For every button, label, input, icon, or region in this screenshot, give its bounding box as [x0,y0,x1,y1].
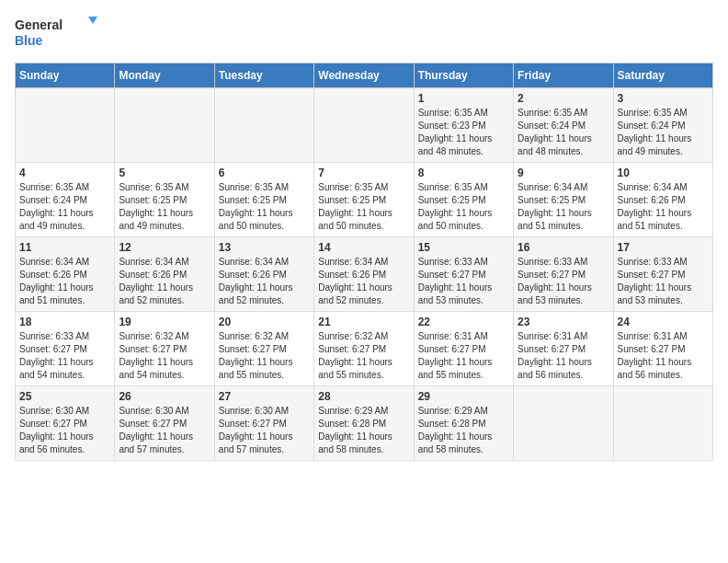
day-number: 29 [418,390,509,403]
calendar-week-2: 11Sunrise: 6:34 AMSunset: 6:26 PMDayligh… [16,237,713,312]
day-number: 6 [219,167,310,179]
calendar-cell: 5Sunrise: 6:35 AMSunset: 6:25 PMDaylight… [115,163,214,237]
day-info: Sunrise: 6:30 AMSunset: 6:27 PMDaylight:… [19,405,110,456]
day-info: Sunrise: 6:34 AMSunset: 6:25 PMDaylight:… [518,181,609,233]
day-info: Sunrise: 6:33 AMSunset: 6:27 PMDaylight:… [518,256,609,307]
day-info: Sunrise: 6:35 AMSunset: 6:25 PMDaylight:… [219,181,310,233]
header-saturday: Saturday [613,63,712,88]
day-number: 13 [219,241,310,254]
day-number: 7 [318,167,409,179]
day-number: 28 [318,390,409,403]
calendar-week-1: 4Sunrise: 6:35 AMSunset: 6:24 PMDaylight… [16,163,713,237]
calendar-cell: 2Sunrise: 6:35 AMSunset: 6:24 PMDaylight… [514,88,613,163]
day-info: Sunrise: 6:30 AMSunset: 6:27 PMDaylight:… [219,405,310,456]
day-number: 4 [19,167,110,179]
logo-svg: General Blue [15,15,97,52]
header-sunday: Sunday [16,63,115,88]
svg-text:Blue: Blue [15,33,43,48]
header: General Blue [15,15,713,52]
calendar-cell: 10Sunrise: 6:34 AMSunset: 6:26 PMDayligh… [613,163,712,237]
calendar-cell: 26Sunrise: 6:30 AMSunset: 6:27 PMDayligh… [115,386,214,461]
calendar-cell: 28Sunrise: 6:29 AMSunset: 6:28 PMDayligh… [314,386,414,461]
calendar-cell [613,386,712,461]
calendar-cell: 11Sunrise: 6:34 AMSunset: 6:26 PMDayligh… [16,237,115,312]
day-info: Sunrise: 6:34 AMSunset: 6:26 PMDaylight:… [119,256,210,307]
calendar-cell: 29Sunrise: 6:29 AMSunset: 6:28 PMDayligh… [414,386,513,461]
day-info: Sunrise: 6:34 AMSunset: 6:26 PMDaylight:… [19,256,110,307]
day-info: Sunrise: 6:35 AMSunset: 6:24 PMDaylight:… [19,181,110,233]
day-info: Sunrise: 6:30 AMSunset: 6:27 PMDaylight:… [119,405,210,456]
calendar-cell: 13Sunrise: 6:34 AMSunset: 6:26 PMDayligh… [214,237,313,312]
day-info: Sunrise: 6:33 AMSunset: 6:27 PMDaylight:… [19,330,110,382]
day-number: 11 [19,241,110,254]
day-number: 17 [618,241,709,254]
calendar-cell: 3Sunrise: 6:35 AMSunset: 6:24 PMDaylight… [613,88,712,163]
day-info: Sunrise: 6:29 AMSunset: 6:28 PMDaylight:… [418,405,509,456]
calendar-cell [214,88,313,163]
calendar-cell [115,88,214,163]
calendar-cell: 14Sunrise: 6:34 AMSunset: 6:26 PMDayligh… [314,237,414,312]
calendar-cell [514,386,613,461]
calendar-week-4: 25Sunrise: 6:30 AMSunset: 6:27 PMDayligh… [16,386,713,461]
day-info: Sunrise: 6:35 AMSunset: 6:24 PMDaylight:… [618,107,709,158]
calendar-cell [16,88,115,163]
day-info: Sunrise: 6:35 AMSunset: 6:25 PMDaylight:… [119,181,210,233]
svg-marker-1 [88,17,97,24]
day-number: 16 [518,241,609,254]
day-info: Sunrise: 6:31 AMSunset: 6:27 PMDaylight:… [618,330,709,382]
logo: General Blue [15,15,97,52]
day-number: 5 [119,167,210,179]
day-number: 15 [418,241,509,254]
day-info: Sunrise: 6:29 AMSunset: 6:28 PMDaylight:… [318,405,409,456]
calendar-cell: 12Sunrise: 6:34 AMSunset: 6:26 PMDayligh… [115,237,214,312]
day-number: 18 [19,316,110,328]
calendar-cell: 25Sunrise: 6:30 AMSunset: 6:27 PMDayligh… [16,386,115,461]
day-info: Sunrise: 6:31 AMSunset: 6:27 PMDaylight:… [518,330,609,382]
day-number: 21 [318,316,409,328]
calendar-cell: 27Sunrise: 6:30 AMSunset: 6:27 PMDayligh… [214,386,313,461]
day-info: Sunrise: 6:33 AMSunset: 6:27 PMDaylight:… [418,256,509,307]
day-number: 25 [19,390,110,403]
calendar-cell: 1Sunrise: 6:35 AMSunset: 6:23 PMDaylight… [414,88,513,163]
calendar-cell: 24Sunrise: 6:31 AMSunset: 6:27 PMDayligh… [613,312,712,386]
day-number: 23 [518,316,609,328]
day-info: Sunrise: 6:34 AMSunset: 6:26 PMDaylight:… [618,181,709,233]
calendar-cell: 9Sunrise: 6:34 AMSunset: 6:25 PMDaylight… [514,163,613,237]
day-info: Sunrise: 6:32 AMSunset: 6:27 PMDaylight:… [119,330,210,382]
day-number: 8 [418,167,509,179]
header-tuesday: Tuesday [214,63,313,88]
day-info: Sunrise: 6:32 AMSunset: 6:27 PMDaylight:… [318,330,409,382]
header-wednesday: Wednesday [314,63,414,88]
calendar-cell: 17Sunrise: 6:33 AMSunset: 6:27 PMDayligh… [613,237,712,312]
calendar-week-3: 18Sunrise: 6:33 AMSunset: 6:27 PMDayligh… [16,312,713,386]
day-info: Sunrise: 6:34 AMSunset: 6:26 PMDaylight:… [318,256,409,307]
calendar-week-0: 1Sunrise: 6:35 AMSunset: 6:23 PMDaylight… [16,88,713,163]
day-number: 20 [219,316,310,328]
calendar-cell: 6Sunrise: 6:35 AMSunset: 6:25 PMDaylight… [214,163,313,237]
calendar-cell: 7Sunrise: 6:35 AMSunset: 6:25 PMDaylight… [314,163,414,237]
day-info: Sunrise: 6:35 AMSunset: 6:25 PMDaylight:… [318,181,409,233]
day-info: Sunrise: 6:33 AMSunset: 6:27 PMDaylight:… [618,256,709,307]
calendar-cell: 15Sunrise: 6:33 AMSunset: 6:27 PMDayligh… [414,237,513,312]
calendar-cell: 22Sunrise: 6:31 AMSunset: 6:27 PMDayligh… [414,312,513,386]
header-monday: Monday [115,63,214,88]
calendar-cell: 18Sunrise: 6:33 AMSunset: 6:27 PMDayligh… [16,312,115,386]
day-number: 2 [518,92,609,105]
day-number: 12 [119,241,210,254]
calendar-cell: 4Sunrise: 6:35 AMSunset: 6:24 PMDaylight… [16,163,115,237]
day-number: 26 [119,390,210,403]
header-thursday: Thursday [414,63,513,88]
svg-text:General: General [15,17,63,32]
calendar-cell: 8Sunrise: 6:35 AMSunset: 6:25 PMDaylight… [414,163,513,237]
day-info: Sunrise: 6:34 AMSunset: 6:26 PMDaylight:… [219,256,310,307]
calendar-cell: 16Sunrise: 6:33 AMSunset: 6:27 PMDayligh… [514,237,613,312]
day-number: 22 [418,316,509,328]
day-info: Sunrise: 6:35 AMSunset: 6:25 PMDaylight:… [418,181,509,233]
day-number: 27 [219,390,310,403]
calendar-table: SundayMondayTuesdayWednesdayThursdayFrid… [15,63,713,461]
calendar-cell: 23Sunrise: 6:31 AMSunset: 6:27 PMDayligh… [514,312,613,386]
calendar-header-row: SundayMondayTuesdayWednesdayThursdayFrid… [16,63,713,88]
day-number: 19 [119,316,210,328]
calendar-cell: 19Sunrise: 6:32 AMSunset: 6:27 PMDayligh… [115,312,214,386]
day-info: Sunrise: 6:35 AMSunset: 6:24 PMDaylight:… [518,107,609,158]
